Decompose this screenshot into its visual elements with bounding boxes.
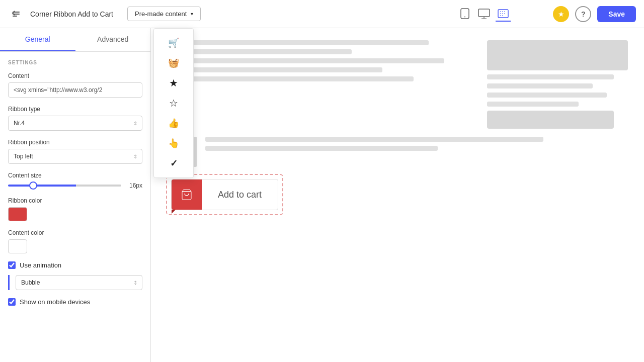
dropdown-item-checkmark[interactable]: ✓ bbox=[154, 153, 193, 173]
content-size-value: 16px bbox=[126, 182, 142, 189]
dropdown-item-basket[interactable]: 🧺 bbox=[154, 53, 193, 73]
ribbon-color-swatch[interactable] bbox=[8, 207, 27, 221]
show-mobile-row: Show on mobile devices bbox=[8, 298, 142, 306]
mobile-view-button[interactable] bbox=[457, 7, 472, 22]
svg-rect-5 bbox=[478, 9, 490, 17]
tab-bar: General Advanced bbox=[0, 28, 150, 52]
add-to-cart-button[interactable]: Add to cart bbox=[171, 179, 278, 210]
content-size-field-group: Content size 16px bbox=[8, 172, 142, 189]
sidebar: General Advanced SETTINGS Content Ribbon… bbox=[0, 28, 151, 362]
ribbon-type-label: Ribbon type bbox=[8, 106, 142, 113]
use-animation-checkbox[interactable] bbox=[8, 261, 16, 269]
star-icon[interactable]: ★ bbox=[553, 6, 569, 22]
device-switcher bbox=[457, 7, 511, 22]
preview-area: Add to cart bbox=[151, 28, 644, 362]
ribbon-color-field-group: Ribbon color bbox=[8, 197, 142, 221]
show-mobile-label[interactable]: Show on mobile devices bbox=[20, 298, 90, 306]
ribbon-type-select-wrapper: Nr.4 bbox=[8, 116, 142, 131]
content-size-slider-row: 16px bbox=[8, 182, 142, 189]
animation-type-select-wrapper: Bubble bbox=[16, 275, 142, 290]
settings-section-label: SETTINGS bbox=[8, 60, 142, 65]
use-animation-label[interactable]: Use animation bbox=[20, 261, 61, 269]
dropdown-item-thumbs-up-filled[interactable]: 👍 bbox=[154, 113, 193, 133]
ribbon-color-label: Ribbon color bbox=[8, 197, 142, 204]
animation-type-select[interactable]: Bubble bbox=[16, 275, 142, 290]
ribbon-position-label: Ribbon position bbox=[8, 139, 142, 146]
ribbon-position-select-wrapper: Top left bbox=[8, 149, 142, 164]
content-color-label: Content color bbox=[8, 229, 142, 236]
use-animation-row: Use animation bbox=[8, 261, 142, 269]
chevron-down-icon: ▾ bbox=[191, 11, 193, 17]
preview-left-col bbox=[167, 40, 475, 129]
placeholder-image bbox=[487, 40, 628, 70]
svg-rect-2 bbox=[13, 16, 17, 17]
content-label: Content bbox=[8, 72, 142, 79]
placeholder-block bbox=[487, 83, 593, 88]
ribbon-position-select[interactable]: Top left bbox=[8, 149, 142, 164]
dropdown-item-thumbs-up-outline[interactable]: 👆 bbox=[154, 133, 193, 153]
main-layout: General Advanced SETTINGS Content Ribbon… bbox=[0, 28, 644, 362]
ribbon-type-field-group: Ribbon type Nr.4 bbox=[8, 106, 142, 131]
cart-icon bbox=[181, 189, 193, 201]
content-input[interactable] bbox=[8, 82, 142, 98]
tab-advanced[interactable]: Advanced bbox=[75, 28, 151, 51]
preview-text-group bbox=[205, 137, 628, 167]
content-color-swatch[interactable] bbox=[8, 239, 27, 253]
premade-label: Pre-made content bbox=[135, 10, 187, 18]
ribbon-type-select[interactable]: Nr.4 bbox=[8, 116, 142, 131]
ribbon-corner bbox=[172, 179, 202, 210]
premade-content-dropdown: 🛒 🧺 ★ ☆ 👍 👆 ✓ bbox=[153, 28, 194, 178]
placeholder-block bbox=[205, 137, 543, 142]
placeholder-block bbox=[205, 146, 438, 151]
placeholder-button bbox=[487, 111, 614, 129]
placeholder-block bbox=[167, 49, 352, 54]
sidebar-settings: SETTINGS Content Ribbon type Nr.4 Ribbon… bbox=[0, 52, 150, 320]
content-size-slider[interactable] bbox=[8, 185, 121, 187]
placeholder-block bbox=[487, 102, 579, 107]
ribbon-position-field-group: Ribbon position Top left bbox=[8, 139, 142, 164]
placeholder-block bbox=[167, 58, 444, 63]
dropdown-item-star-outline[interactable]: ☆ bbox=[154, 93, 193, 113]
premade-content-button[interactable]: Pre-made content ▾ bbox=[127, 7, 201, 21]
placeholder-block bbox=[487, 74, 614, 79]
dropdown-item-cart[interactable]: 🛒 bbox=[154, 33, 193, 53]
placeholder-block bbox=[167, 40, 429, 45]
content-color-field-group: Content color bbox=[8, 229, 142, 253]
content-field-group: Content bbox=[8, 72, 142, 98]
topbar: Corner Ribbon Add to Cart Pre-made conte… bbox=[0, 0, 644, 28]
animation-type-group: Bubble bbox=[8, 275, 142, 290]
show-mobile-checkbox[interactable] bbox=[8, 298, 16, 306]
content-size-label: Content size bbox=[8, 172, 142, 179]
fullscreen-view-button[interactable] bbox=[496, 7, 511, 22]
help-button[interactable]: ? bbox=[575, 6, 591, 22]
star-label: ★ bbox=[558, 10, 565, 18]
save-button[interactable]: Save bbox=[597, 6, 636, 22]
preview-right-col bbox=[487, 40, 628, 129]
add-to-cart-text: Add to cart bbox=[202, 182, 278, 208]
dropdown-item-star-filled[interactable]: ★ bbox=[154, 73, 193, 93]
placeholder-block bbox=[167, 67, 382, 72]
placeholder-block bbox=[167, 76, 414, 81]
preview-second-row bbox=[167, 137, 628, 167]
desktop-view-button[interactable] bbox=[476, 7, 492, 22]
placeholder-block bbox=[487, 93, 607, 98]
help-icon: ? bbox=[581, 10, 586, 18]
tab-general[interactable]: General bbox=[0, 28, 75, 51]
back-button[interactable] bbox=[8, 6, 24, 22]
page-title: Corner Ribbon Add to Cart bbox=[30, 10, 113, 18]
add-to-cart-container: Add to cart bbox=[171, 179, 278, 210]
